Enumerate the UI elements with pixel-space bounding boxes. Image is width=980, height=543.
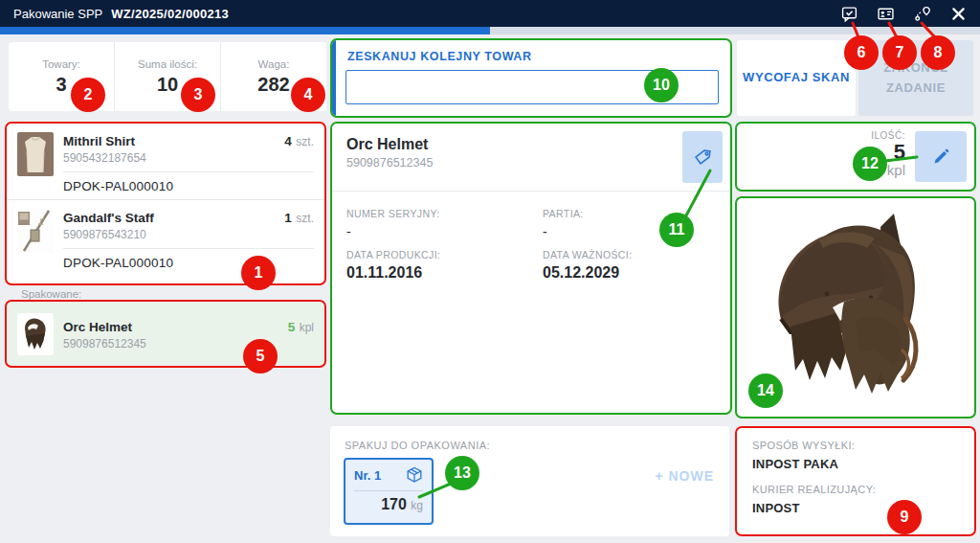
product-thumbnail [17, 132, 54, 176]
app-title: Pakowanie SPP [13, 7, 102, 21]
package-box-icon [406, 466, 423, 484]
stat-value: 282 [257, 74, 289, 96]
contact-card-icon[interactable] [878, 6, 894, 22]
product-ean: 5909876543210 [63, 228, 314, 241]
product-info: Mithril Shirt 4 szt. 5905432187654 DPOK-… [63, 132, 314, 193]
divider [332, 191, 730, 192]
packed-section-label: Spakowane: [21, 288, 81, 300]
product-quantity: 5 kpl [288, 318, 314, 335]
to-pack-list: Mithril Shirt 4 szt. 5905432187654 DPOK-… [5, 122, 326, 285]
product-name: Orc Helmet [63, 320, 132, 334]
route-icon[interactable] [914, 6, 930, 22]
summary-stats-panel: Towary: 3 Suma ilości: 10 Waga: 282 [9, 42, 326, 111]
field-batch: PARTIA: - [543, 208, 716, 239]
scan-panel: ZESKANUJ KOLEJNY TOWAR [330, 38, 732, 118]
product-ean: 5909876512345 [63, 337, 314, 351]
scan-input[interactable] [345, 70, 719, 104]
quantity-panel: ILOŚĆ: 5 kpl [735, 122, 976, 192]
field-expiry-date: DATA WAŻNOŚCI: 05.12.2029 [543, 249, 716, 282]
packing-label: SPAKUJ DO OPAKOWANIA: [345, 440, 490, 451]
courier-label: KURIER REALIZUJĄCY: [752, 484, 959, 495]
list-item[interactable]: Mithril Shirt 4 szt. 5905432187654 DPOK-… [7, 124, 324, 200]
product-ean: 5905432187654 [63, 151, 314, 165]
pencil-icon [931, 147, 950, 167]
finish-task-button[interactable]: ZAKOŃCZ ZADANIE [858, 40, 973, 116]
edit-quantity-button[interactable] [915, 131, 967, 182]
package-weight: 170 kg [354, 496, 423, 513]
product-image-orc-helmet [760, 206, 951, 409]
withdraw-scan-button[interactable]: WYCOFAJ SKAN [737, 40, 856, 116]
product-info: Orc Helmet 5 kpl 5909876512345 [63, 318, 314, 351]
shipping-method-label: SPOSÓB WYSYŁKI: [752, 440, 959, 451]
tag-icon [693, 147, 712, 167]
stat-towary: Towary: 3 [9, 42, 115, 111]
package-name: Nr. 1 [354, 468, 381, 483]
close-icon[interactable] [950, 6, 967, 22]
divider [354, 490, 423, 491]
quantity-block: ILOŚĆ: 5 kpl [871, 130, 905, 179]
shipping-method-value: INPOST PAKA [752, 457, 959, 471]
detail-product-ean: 5909876512345 [346, 156, 433, 170]
product-thumbnail [17, 313, 54, 355]
document-number: WZ/2025/02/000213 [111, 7, 229, 21]
top-bar: Pakowanie SPP WZ/2025/02/000213 [0, 0, 980, 27]
message-check-icon[interactable] [841, 6, 858, 22]
product-image-panel [735, 196, 976, 419]
field-serial-number: NUMER SERYJNY: - [346, 208, 543, 239]
quantity-unit: kpl [871, 163, 905, 179]
new-package-button[interactable]: + NOWE [655, 468, 714, 484]
product-thumbnail [17, 209, 54, 253]
stat-label: Waga: [258, 58, 290, 70]
stat-value: 10 [157, 74, 178, 96]
progress-bar [0, 27, 980, 34]
packing-panel: SPAKUJ DO OPAKOWANIA: Nr. 1 170 kg + NOW… [330, 426, 729, 536]
product-name: Mithril Shirt [63, 134, 135, 148]
courier-value: INPOST [752, 501, 959, 515]
product-quantity: 4 szt. [284, 132, 314, 149]
product-quantity: 1 szt. [284, 209, 314, 226]
stat-value: 3 [56, 74, 66, 96]
field-production-date: DATA PRODUKCJI: 01.11.2016 [346, 249, 543, 282]
product-location: DPOK-PAL000010 [63, 179, 314, 193]
product-location: DPOK-PAL000010 [63, 256, 314, 270]
divider [63, 248, 314, 249]
stat-suma-ilosci: Suma ilości: 10 [115, 42, 221, 111]
product-name: Gandalf's Staff [63, 211, 154, 225]
divider [63, 171, 314, 172]
stat-label: Suma ilości: [138, 58, 197, 70]
toolbar [841, 6, 967, 22]
stat-waga: Waga: 282 [221, 42, 326, 111]
packed-list-item[interactable]: Orc Helmet 5 kpl 5909876512345 [5, 300, 326, 368]
progress-bar-fill [0, 27, 490, 34]
label-tag-button[interactable] [682, 131, 723, 183]
detail-fields: NUMER SERYJNY: - PARTIA: - DATA PRODUKCJ… [346, 208, 716, 282]
product-detail-panel: Orc Helmet 5909876512345 NUMER SERYJNY: … [330, 122, 732, 415]
detail-product-name: Orc Helmet [346, 136, 428, 153]
quantity-value: 5 [871, 142, 905, 163]
stat-label: Towary: [42, 58, 80, 70]
shipping-panel: SPOSÓB WYSYŁKI: INPOST PAKA KURIER REALI… [735, 426, 976, 536]
product-info: Gandalf's Staff 1 szt. 5909876543210 DPO… [63, 209, 314, 270]
package-card[interactable]: Nr. 1 170 kg [344, 458, 434, 525]
scan-panel-title: ZESKANUJ KOLEJNY TOWAR [347, 50, 532, 63]
list-item[interactable]: Gandalf's Staff 1 szt. 5909876543210 DPO… [7, 200, 324, 276]
scan-panel-accent-stripe [332, 40, 336, 116]
